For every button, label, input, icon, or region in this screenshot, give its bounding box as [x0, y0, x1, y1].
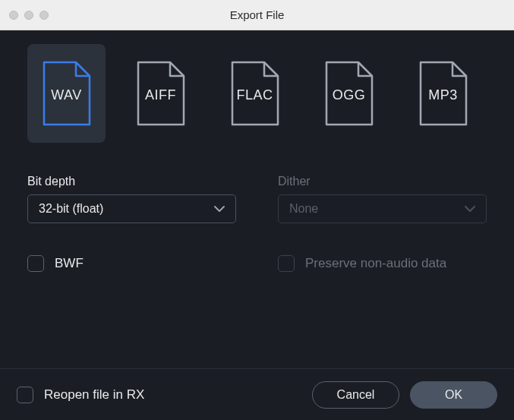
chevron-down-icon	[465, 205, 475, 213]
window-title: Export File	[0, 8, 514, 21]
file-icon: WAV	[41, 59, 93, 128]
bwf-checkbox[interactable]	[27, 255, 44, 272]
titlebar: Export File	[0, 0, 514, 30]
dialog-footer: Reopen file in RX Cancel OK	[0, 368, 514, 420]
dither-value: None	[289, 202, 318, 216]
window-controls	[9, 11, 49, 20]
chevron-down-icon	[214, 205, 225, 213]
footer-buttons: Cancel OK	[312, 381, 497, 409]
file-icon: AIFF	[135, 59, 187, 128]
preserve-label: Preserve non-audio data	[305, 256, 446, 271]
format-tile-aiff[interactable]: AIFF	[121, 44, 200, 143]
dither-group: Dither None	[278, 175, 487, 223]
zoom-dot-icon[interactable]	[39, 11, 49, 20]
dither-select: None	[278, 194, 487, 223]
close-dot-icon[interactable]	[9, 11, 18, 20]
format-label: OGG	[333, 87, 366, 103]
ok-button[interactable]: OK	[410, 381, 497, 409]
file-icon: OGG	[323, 59, 375, 128]
settings-row: Bit depth 32-bit (float) Dither None	[27, 175, 487, 223]
checkbox-row: BWF Preserve non-audio data	[27, 255, 487, 272]
bwf-group: BWF	[27, 255, 236, 272]
bit-depth-group: Bit depth 32-bit (float)	[27, 175, 236, 223]
preserve-group: Preserve non-audio data	[278, 255, 487, 272]
dialog-content: WAV AIFF FLAC OGG MP3 Bit depth 32-bit (…	[0, 30, 514, 367]
format-label: FLAC	[236, 87, 273, 103]
format-row: WAV AIFF FLAC OGG MP3	[27, 44, 487, 143]
bit-depth-select[interactable]: 32-bit (float)	[27, 194, 236, 223]
format-label: AIFF	[145, 87, 176, 103]
bit-depth-label: Bit depth	[27, 175, 236, 188]
reopen-checkbox[interactable]	[17, 387, 33, 403]
format-label: MP3	[428, 87, 458, 103]
reopen-label[interactable]: Reopen file in RX	[44, 387, 144, 403]
minimize-dot-icon[interactable]	[24, 11, 33, 20]
bit-depth-value: 32-bit (float)	[39, 202, 103, 216]
bwf-label[interactable]: BWF	[55, 256, 84, 271]
format-tile-mp3[interactable]: MP3	[404, 44, 482, 143]
file-icon: MP3	[418, 59, 469, 128]
cancel-button[interactable]: Cancel	[312, 381, 399, 409]
file-icon: FLAC	[229, 59, 281, 128]
dither-label: Dither	[278, 175, 487, 188]
reopen-group: Reopen file in RX	[17, 387, 144, 403]
format-tile-wav[interactable]: WAV	[27, 44, 106, 143]
format-tile-flac[interactable]: FLAC	[216, 44, 294, 143]
preserve-checkbox	[278, 255, 295, 272]
format-label: WAV	[51, 87, 82, 103]
format-tile-ogg[interactable]: OGG	[310, 44, 388, 143]
